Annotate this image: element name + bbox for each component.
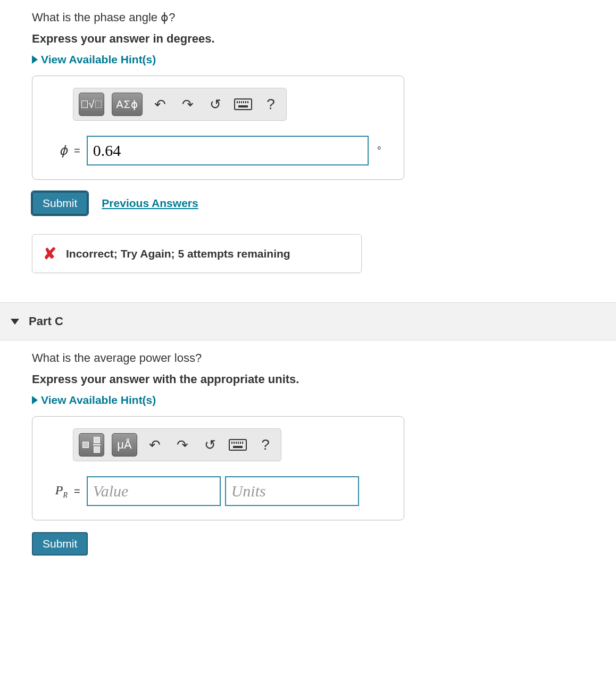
keyboard-icon xyxy=(229,439,247,451)
answer-box: μÅ ↶ ↷ ↺ ? PR = xyxy=(32,416,404,520)
previous-answers-link[interactable]: Previous Answers xyxy=(102,197,198,210)
redo-button[interactable]: ↷ xyxy=(178,94,198,114)
incorrect-icon: ✘ xyxy=(43,244,56,263)
part-b-body: What is the phase angle ϕ? Express your … xyxy=(0,0,616,278)
equals-sign: = xyxy=(74,145,80,157)
view-hints-link[interactable]: View Available Hint(s) xyxy=(32,394,584,407)
reset-button[interactable]: ↺ xyxy=(205,94,226,114)
variable-label: ϕ xyxy=(41,143,68,158)
units-input[interactable] xyxy=(225,476,359,506)
question-text: What is the phase angle ϕ? xyxy=(32,11,584,24)
feedback-box: ✘ Incorrect; Try Again; 5 attempts remai… xyxy=(32,234,362,273)
reset-icon: ↺ xyxy=(210,96,221,113)
undo-button[interactable]: ↶ xyxy=(145,435,165,455)
keyboard-button[interactable] xyxy=(228,435,248,455)
undo-button[interactable]: ↶ xyxy=(150,94,170,114)
submit-button[interactable]: Submit xyxy=(32,532,88,556)
view-hints-link[interactable]: View Available Hint(s) xyxy=(32,53,584,66)
keyboard-icon xyxy=(234,98,252,110)
action-row: Submit Previous Answers xyxy=(32,192,584,215)
question-text: What is the average power loss? xyxy=(32,351,584,365)
unit-degree-symbol: ° xyxy=(377,145,381,157)
unit-templates-icon xyxy=(82,437,101,453)
units-symbols-button[interactable]: μÅ xyxy=(112,433,137,457)
instruction-text: Express your answer with the appropriate… xyxy=(32,372,584,386)
keyboard-button[interactable] xyxy=(233,94,253,114)
redo-button[interactable]: ↷ xyxy=(172,435,193,455)
reset-icon: ↺ xyxy=(204,437,216,453)
submit-button[interactable]: Submit xyxy=(32,192,88,215)
part-c-title: Part C xyxy=(29,314,63,328)
math-templates-button[interactable]: √ xyxy=(79,93,104,116)
answer-input-row: ϕ = ° xyxy=(41,136,395,165)
instruction-text: Express your answer in degrees. xyxy=(32,32,584,46)
math-templates-icon: √ xyxy=(81,98,102,111)
redo-icon: ↷ xyxy=(177,437,188,453)
action-row: Submit xyxy=(32,532,584,556)
view-hints-label: View Available Hint(s) xyxy=(41,394,156,407)
variable-label: PR xyxy=(41,483,68,500)
answer-box: √ ΑΣϕ ↶ ↷ ↺ ? ϕ xyxy=(32,76,404,180)
unit-templates-button[interactable] xyxy=(79,433,104,457)
chevron-right-icon xyxy=(32,396,38,404)
help-button[interactable]: ? xyxy=(255,435,276,455)
feedback-text: Incorrect; Try Again; 5 attempts remaini… xyxy=(66,247,290,260)
answer-input-row: PR = xyxy=(41,476,395,506)
undo-icon: ↶ xyxy=(149,437,161,453)
equation-toolbar: μÅ ↶ ↷ ↺ ? xyxy=(73,428,281,461)
undo-icon: ↶ xyxy=(154,96,166,113)
chevron-down-icon xyxy=(11,319,19,325)
part-c-header[interactable]: Part C xyxy=(0,302,616,341)
view-hints-label: View Available Hint(s) xyxy=(41,53,156,66)
chevron-right-icon xyxy=(32,55,38,64)
part-c-body: What is the average power loss? Express … xyxy=(0,341,616,561)
value-input[interactable] xyxy=(87,476,221,506)
reset-button[interactable]: ↺ xyxy=(200,435,220,455)
answer-input[interactable] xyxy=(87,136,369,165)
redo-icon: ↷ xyxy=(182,96,194,113)
equals-sign: = xyxy=(74,485,80,498)
help-button[interactable]: ? xyxy=(261,94,281,114)
greek-symbols-button[interactable]: ΑΣϕ xyxy=(112,93,143,116)
equation-toolbar: √ ΑΣϕ ↶ ↷ ↺ ? xyxy=(73,88,287,121)
